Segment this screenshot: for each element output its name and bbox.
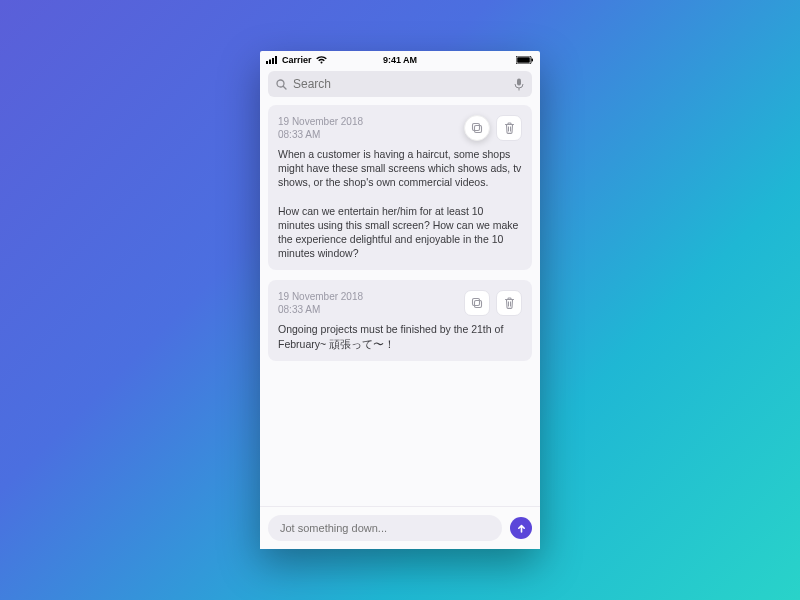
note-body: When a customer is having a haircut, som… — [278, 147, 522, 260]
svg-rect-2 — [272, 58, 274, 64]
mic-icon[interactable] — [514, 78, 524, 91]
svg-rect-5 — [517, 57, 530, 63]
wifi-icon — [316, 56, 327, 64]
svg-rect-11 — [475, 126, 482, 133]
delete-button[interactable] — [496, 115, 522, 141]
trash-icon — [504, 122, 515, 134]
copy-button[interactable] — [464, 115, 490, 141]
delete-button[interactable] — [496, 290, 522, 316]
search-bar[interactable] — [268, 71, 532, 97]
phone-screen: Carrier 9:41 AM 19 November 2018 — [260, 51, 540, 549]
svg-rect-6 — [532, 59, 534, 62]
carrier-label: Carrier — [282, 55, 312, 65]
search-input[interactable] — [293, 77, 508, 91]
battery-icon — [516, 56, 534, 64]
send-button[interactable] — [510, 517, 532, 539]
note-timestamp: 19 November 2018 08:33 AM — [278, 290, 363, 316]
signal-icon — [266, 56, 278, 64]
svg-rect-1 — [269, 60, 271, 65]
status-bar: Carrier 9:41 AM — [260, 51, 540, 67]
svg-rect-15 — [475, 301, 482, 308]
svg-rect-12 — [473, 124, 480, 131]
svg-rect-0 — [266, 61, 268, 64]
copy-icon — [471, 297, 483, 309]
svg-line-8 — [283, 86, 286, 89]
copy-button[interactable] — [464, 290, 490, 316]
svg-rect-9 — [517, 78, 521, 85]
arrow-up-icon — [516, 523, 527, 534]
svg-rect-16 — [473, 299, 480, 306]
note-card[interactable]: 19 November 2018 08:33 AM When a custome… — [268, 105, 532, 270]
search-icon — [276, 79, 287, 90]
note-timestamp: 19 November 2018 08:33 AM — [278, 115, 363, 141]
trash-icon — [504, 297, 515, 309]
note-card[interactable]: 19 November 2018 08:33 AM Ongoing projec… — [268, 280, 532, 360]
notes-list[interactable]: 19 November 2018 08:33 AM When a custome… — [260, 105, 540, 506]
svg-rect-3 — [275, 56, 277, 64]
composer-bar — [260, 506, 540, 549]
copy-icon — [471, 122, 483, 134]
note-body: Ongoing projects must be finished by the… — [278, 322, 522, 350]
compose-input[interactable] — [268, 515, 502, 541]
